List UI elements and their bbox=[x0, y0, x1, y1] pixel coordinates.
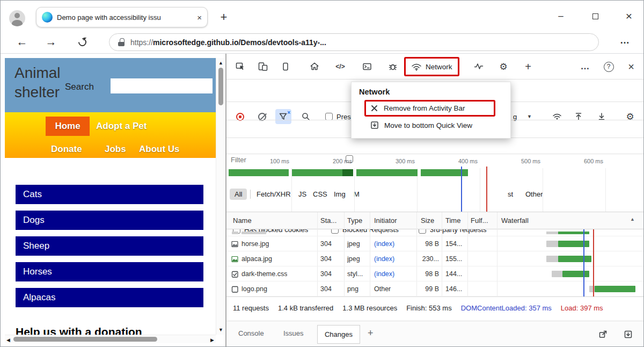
cell-time: 155... bbox=[445, 255, 462, 263]
page-vertical-scrollbar[interactable]: ▲ ▼ bbox=[216, 58, 225, 335]
drawer-tab-console[interactable]: Console bbox=[238, 329, 264, 337]
device-emulation-icon[interactable] bbox=[253, 58, 273, 75]
overview-bar bbox=[229, 169, 289, 176]
category-cats-button[interactable]: Cats bbox=[16, 185, 203, 204]
cell-initiator: Other bbox=[374, 285, 391, 293]
drawer-tab-changes[interactable]: Changes bbox=[317, 325, 360, 344]
cell-status: 304 bbox=[320, 240, 332, 248]
waterfall-wait-bar bbox=[546, 256, 558, 262]
performance-icon[interactable] bbox=[469, 58, 488, 75]
scroll-right-icon[interactable]: ▶ bbox=[210, 337, 214, 343]
load-marker-line bbox=[593, 229, 594, 297]
tick-400ms: 400 ms bbox=[452, 158, 478, 164]
requests-table-body: horse.jpg 304 jpeg (index) 98 B 154... a… bbox=[226, 229, 644, 297]
address-bar[interactable]: https://microsoftedge.github.io/Demos/de… bbox=[109, 33, 599, 51]
drawer-add-tab-icon[interactable]: + bbox=[368, 328, 374, 339]
maximize-icon bbox=[592, 13, 598, 19]
open-in-new-icon[interactable] bbox=[596, 328, 610, 341]
nav-home-link[interactable]: Home bbox=[46, 117, 90, 136]
category-sheep-button[interactable]: Sheep bbox=[16, 236, 203, 256]
col-status[interactable]: Sta... bbox=[320, 216, 336, 225]
scroll-up-icon[interactable]: ▲ bbox=[218, 60, 223, 66]
memory-gear-icon[interactable]: ⚙ bbox=[494, 58, 513, 75]
cell-time: 146... bbox=[445, 285, 462, 293]
welcome-home-icon[interactable] bbox=[305, 58, 324, 75]
col-size[interactable]: Size bbox=[421, 216, 434, 225]
table-row-clipped[interactable] bbox=[226, 229, 644, 236]
table-row-horse[interactable]: horse.jpg 304 jpeg (index) 98 B 154... bbox=[226, 236, 644, 251]
minimize-button[interactable]: – bbox=[551, 8, 571, 24]
page-content: Animal shelter Search Home Adopt a Pet D… bbox=[5, 58, 216, 335]
browser-menu-button[interactable]: … bbox=[620, 35, 630, 46]
scroll-left-icon[interactable]: ◀ bbox=[6, 337, 10, 343]
dcl-marker-line bbox=[461, 167, 462, 212]
page-horizontal-scrollbar[interactable]: ◀ ▶ bbox=[5, 335, 216, 343]
tab-close-icon[interactable]: × bbox=[197, 13, 202, 22]
nav-jobs-link[interactable]: Jobs bbox=[105, 144, 126, 155]
network-overview-timeline[interactable]: 100 ms 200 ms 300 ms 400 ms 500 ms 600 m… bbox=[226, 154, 644, 212]
summary-transferred: 1.4 kB transferred bbox=[278, 304, 333, 312]
col-waterfall[interactable]: Waterfall bbox=[501, 216, 529, 225]
category-alpacas-button[interactable]: Alpacas bbox=[16, 288, 203, 307]
move-bottom-quick-view-icon bbox=[370, 121, 379, 129]
elements-tab-icon[interactable]: </> bbox=[331, 58, 350, 75]
profile-avatar[interactable] bbox=[9, 10, 25, 26]
png-file-icon bbox=[231, 286, 238, 294]
back-button[interactable]: ← bbox=[13, 34, 31, 50]
table-row-logo[interactable]: logo.png 304 png Other 99 B 146... bbox=[226, 281, 644, 297]
category-horses-button[interactable]: Horses bbox=[16, 262, 203, 281]
network-tab-button[interactable]: Network bbox=[404, 57, 459, 76]
search-input[interactable] bbox=[111, 78, 213, 93]
add-tool-icon[interactable]: + bbox=[518, 58, 538, 75]
console-tab-icon[interactable] bbox=[357, 58, 377, 75]
col-time[interactable]: Time bbox=[445, 216, 460, 225]
help-icon[interactable]: ? bbox=[599, 58, 618, 75]
debugger-bug-icon[interactable] bbox=[383, 58, 402, 75]
more-tools-icon[interactable]: … bbox=[575, 58, 595, 75]
browser-tab[interactable]: Demo page with accessibility issu × bbox=[36, 7, 208, 27]
inspect-icon[interactable] bbox=[231, 58, 250, 75]
nav-about-link[interactable]: About Us bbox=[139, 144, 180, 155]
col-name[interactable]: Name bbox=[233, 216, 252, 225]
tick-500ms: 500 ms bbox=[515, 158, 540, 164]
cell-initiator-link[interactable]: (index) bbox=[374, 255, 394, 263]
vertical-scroll-thumb[interactable] bbox=[218, 68, 223, 105]
horizontal-scroll-thumb[interactable] bbox=[13, 337, 157, 342]
donation-heading-clipped: Help us with a donation bbox=[16, 326, 142, 335]
menu-item-remove-from-activity-bar[interactable]: Remove from Activity Bar bbox=[364, 100, 495, 117]
expand-quick-view-icon[interactable] bbox=[621, 328, 635, 341]
load-marker-line bbox=[486, 167, 487, 212]
nav-donate-link[interactable]: Donate bbox=[51, 144, 82, 155]
table-row-alpaca[interactable]: alpaca.jpg 304 jpeg (index) 230... 155..… bbox=[226, 251, 644, 266]
devtools-panel: </> Network ⚙ + … ? × bbox=[226, 54, 644, 347]
table-row-darktheme[interactable]: dark-theme.css 304 styl... (index) 98 B … bbox=[226, 266, 644, 281]
summary-resources: 1.3 MB resources bbox=[342, 304, 397, 312]
sort-ascending-icon[interactable]: ▲ bbox=[630, 216, 635, 222]
col-type[interactable]: Type bbox=[347, 216, 362, 225]
quick-view-drawer: Console Issues Changes + bbox=[226, 321, 644, 347]
image-file-icon bbox=[231, 256, 238, 264]
cell-initiator-link[interactable]: (index) bbox=[374, 240, 394, 248]
tick-100ms: 100 ms bbox=[264, 158, 289, 164]
drawer-tab-issues[interactable]: Issues bbox=[283, 329, 304, 337]
cell-size: 230... bbox=[416, 255, 439, 263]
cell-status: 304 bbox=[320, 270, 332, 278]
refresh-button[interactable] bbox=[74, 34, 91, 50]
category-dogs-button[interactable]: Dogs bbox=[16, 211, 203, 230]
waterfall-wait-bar bbox=[552, 271, 562, 277]
url-text: https://microsoftedge.github.io/Demos/de… bbox=[130, 38, 326, 47]
cell-name: horse.jpg bbox=[241, 240, 269, 248]
new-tab-button[interactable]: + bbox=[217, 10, 231, 24]
maximize-button[interactable] bbox=[585, 8, 605, 24]
devtools-close-icon[interactable]: × bbox=[621, 58, 641, 75]
scroll-down-icon[interactable]: ▼ bbox=[218, 327, 223, 332]
nav-adopt-link[interactable]: Adopt a Pet bbox=[96, 121, 147, 132]
panel-layout-icon[interactable] bbox=[276, 58, 295, 75]
col-fulfilled[interactable]: Fulf... bbox=[471, 216, 488, 225]
cell-initiator-link[interactable]: (index) bbox=[374, 270, 394, 278]
col-initiator[interactable]: Initiator bbox=[374, 216, 397, 225]
browser-window: Demo page with accessibility issu × + – … bbox=[0, 0, 644, 347]
menu-item-move-to-bottom[interactable]: Move to bottom Quick View bbox=[370, 121, 472, 129]
window-close-button[interactable]: × bbox=[619, 8, 639, 24]
forward-button[interactable]: → bbox=[42, 34, 60, 50]
